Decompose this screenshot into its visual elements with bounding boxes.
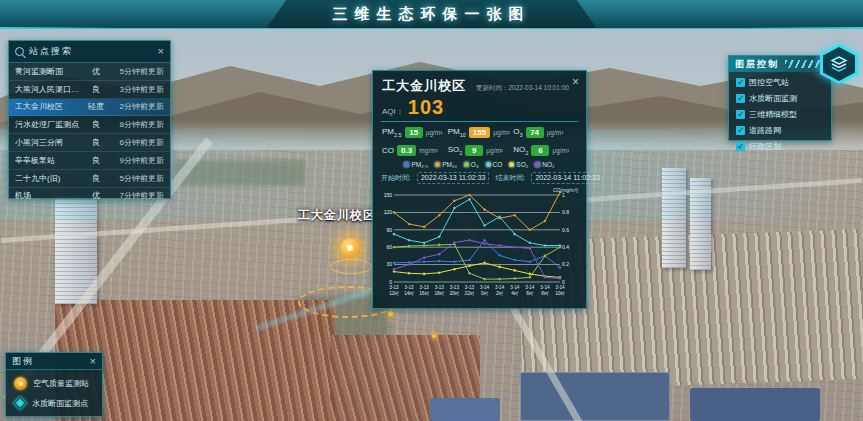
pollutant-label: CO: [382, 146, 394, 155]
top-header-bar: 三维生态环保一张图: [0, 0, 863, 29]
station-row[interactable]: 小黑河三分闸良6分钟前更新: [9, 134, 170, 152]
pollutant-card: O374μg/m³: [513, 127, 579, 138]
layer-item[interactable]: ✓道路路网: [736, 125, 824, 136]
svg-text:3-140时: 3-140时: [480, 285, 490, 296]
title-banner: 三维生态环保一张图: [267, 0, 597, 28]
svg-text:0.8: 0.8: [562, 209, 569, 215]
update-time-label: 更新时间：: [476, 84, 509, 91]
pollutant-trend-chart: 030609012015000.20.40.60.81CO(mg/m³)3-13…: [378, 186, 582, 311]
checkbox-checked-icon[interactable]: ✓: [736, 94, 745, 103]
station-detail-popup: 工大金川校区 更新时间：2022-03-14 10:01:00 × AQI： 1…: [372, 70, 587, 309]
popup-header: 工大金川校区 更新时间：2022-03-14 10:01:00 ×: [373, 71, 586, 96]
legend-chip[interactable]: PM₁₀: [435, 161, 457, 168]
header-accent-line: [0, 27, 120, 29]
legend-dot-icon: [509, 162, 514, 167]
close-icon[interactable]: ×: [158, 46, 164, 57]
station-grade: 优: [84, 190, 108, 201]
station-grade: 轻度: [84, 101, 108, 112]
pollutant-label: PM10: [448, 127, 466, 138]
station-row[interactable]: 污水处理厂监测点良8分钟前更新: [9, 116, 170, 134]
svg-text:90: 90: [386, 227, 392, 233]
layer-label: 三维精细模型: [749, 109, 797, 120]
update-time: 更新时间：2022-03-14 10:01:00: [476, 84, 569, 93]
checkbox-checked-icon[interactable]: ✓: [736, 126, 745, 135]
station-dot-icon[interactable]: [432, 334, 436, 338]
station-list: 黄河监测断面优5分钟前更新大黑河人民渠口断面良3分钟前更新工大金川校区轻度2分钟…: [9, 63, 170, 205]
legend-chip[interactable]: NO₂: [535, 161, 554, 168]
station-update-info: 9分钟前更新: [108, 155, 164, 166]
pollutant-value-badge: 15: [405, 127, 423, 138]
pollutant-unit: mg/m³: [419, 147, 437, 154]
station-grade: 良: [84, 119, 108, 130]
svg-text:0.6: 0.6: [562, 227, 569, 233]
station-row[interactable]: 工大金川校区轻度2分钟前更新: [9, 99, 170, 117]
update-time-value: 2022-03-14 10:01:00: [509, 84, 569, 91]
layer-item[interactable]: ✓水质断面监测: [736, 93, 824, 104]
station-grade: 良: [84, 173, 108, 184]
svg-text:0: 0: [389, 279, 392, 285]
pollutant-unit: μg/m³: [552, 147, 569, 154]
layer-label: 行政区划: [749, 141, 781, 152]
search-icon: [15, 47, 24, 56]
svg-text:3-1410时: 3-1410时: [555, 285, 565, 296]
checkbox-checked-icon[interactable]: ✓: [736, 78, 745, 87]
pollutant-card: NO26μg/m³: [513, 145, 579, 156]
station-row[interactable]: 辛辛板泵站良9分钟前更新: [9, 152, 170, 170]
pollutant-unit: μg/m³: [486, 147, 503, 154]
close-icon[interactable]: ×: [90, 356, 96, 367]
time-range-row: 开始时间: 2022-03-13 11:02:33 结束时间: 2022-03-…: [373, 169, 586, 185]
station-row[interactable]: 黄河监测断面优5分钟前更新: [9, 63, 170, 81]
station-search-panel: 站点搜索 × 黄河监测断面优5分钟前更新大黑河人民渠口断面良3分钟前更新工大金川…: [8, 40, 171, 199]
water-section-icon: [13, 396, 27, 410]
checkbox-checked-icon[interactable]: ✓: [736, 142, 745, 151]
station-update-info: 8分钟前更新: [108, 119, 164, 130]
hatch-decoration: [785, 60, 825, 68]
layer-label: 道路路网: [749, 125, 781, 136]
legend-item-label: 水质断面监测点: [32, 398, 88, 409]
station-update-info: 5分钟前更新: [108, 66, 164, 77]
legend-label: CO: [493, 161, 503, 168]
pollutant-card: PM10155μg/m³: [448, 127, 514, 138]
layer-item[interactable]: ✓国控空气站: [736, 77, 824, 88]
layers-hexagon-icon[interactable]: [820, 44, 858, 84]
station-name: 小黑河三分闸: [15, 137, 84, 148]
pollutant-value-badge: 6: [531, 145, 549, 156]
trend-chart-svg: 030609012015000.20.40.60.81CO(mg/m³)3-13…: [378, 186, 579, 307]
layer-label: 国控空气站: [749, 77, 789, 88]
pollutant-unit: μg/m³: [547, 129, 564, 136]
industrial-roofs: [520, 372, 670, 421]
legend-chip[interactable]: CO: [486, 161, 503, 168]
legend-chip[interactable]: PM₂.₅: [404, 161, 428, 168]
checkbox-checked-icon[interactable]: ✓: [736, 110, 745, 119]
close-icon[interactable]: ×: [572, 76, 579, 88]
header-accent-line: [743, 27, 863, 29]
layer-item[interactable]: ✓行政区划: [736, 141, 824, 152]
industrial-roofs: [430, 398, 500, 421]
svg-text:3-142时: 3-142时: [495, 285, 505, 296]
legend-dot-icon: [486, 162, 491, 167]
station-panel-title: 站点搜索: [29, 45, 73, 58]
start-time-input[interactable]: 2022-03-13 11:02:33: [417, 172, 489, 184]
station-row[interactable]: 二十九中(旧)良5分钟前更新: [9, 170, 170, 188]
legend-chip[interactable]: O₃: [464, 161, 479, 168]
legend-item: 空气质量监测站: [14, 377, 94, 390]
legend-chip[interactable]: SO₂: [509, 161, 528, 168]
station-row[interactable]: 大黑河人民渠口断面良3分钟前更新: [9, 81, 170, 99]
legend-dot-icon: [535, 162, 540, 167]
popup-title: 工大金川校区: [382, 77, 466, 95]
legend-label: PM₁₀: [442, 161, 457, 168]
layer-label: 水质断面监测: [749, 93, 797, 104]
station-dot-icon[interactable]: [388, 311, 393, 316]
layer-item[interactable]: ✓三维精细模型: [736, 109, 824, 120]
svg-text:3-1322时: 3-1322时: [465, 285, 475, 296]
station-name: 辛辛板泵站: [15, 155, 84, 166]
legend-item: 水质断面监测点: [14, 397, 94, 409]
station-row[interactable]: 机场优7分钟前更新: [9, 188, 170, 206]
end-time-input[interactable]: 2022-03-14 11:02:33: [531, 172, 603, 184]
svg-text:0: 0: [562, 279, 565, 285]
station-marker-icon[interactable]: [340, 238, 360, 258]
station-name: 工大金川校区: [15, 101, 84, 112]
station-update-info: 7分钟前更新: [108, 190, 164, 201]
svg-text:3-144时: 3-144时: [510, 285, 520, 296]
divider: [381, 121, 578, 122]
